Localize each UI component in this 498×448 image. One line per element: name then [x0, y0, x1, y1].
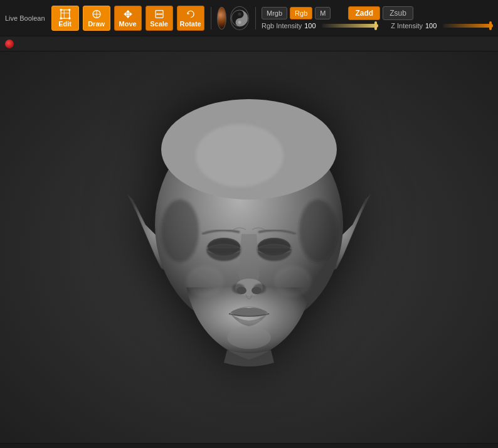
svg-point-5 [60, 17, 61, 19]
svg-point-37 [299, 200, 337, 262]
svg-point-34 [186, 265, 224, 297]
svg-point-18 [238, 13, 241, 16]
second-bar [0, 36, 498, 51]
edit-tool-label: Edit [58, 20, 72, 28]
svg-point-4 [68, 9, 70, 11]
edit-tool-button[interactable]: Edit [51, 6, 79, 31]
move-tool-button[interactable]: Move [114, 6, 142, 31]
rgb-intensity-label: Rgb Intensity [262, 22, 302, 29]
rgb-intensity-value: 100 [304, 22, 319, 29]
svg-point-35 [274, 265, 312, 297]
svg-point-31 [252, 287, 262, 294]
svg-point-26 [258, 238, 290, 255]
move-tool-label: Move [119, 20, 137, 28]
svg-point-30 [236, 287, 246, 294]
intensity-control-row: Rgb Intensity 100 Z Intensity 100 [262, 22, 493, 29]
live-boolean-label: Live Boolean [5, 14, 45, 22]
draw-tool-button[interactable]: Draw [83, 6, 110, 31]
z-intensity-slider[interactable] [443, 24, 493, 28]
z-intensity-label: Z Intensity [391, 22, 423, 29]
rgb-button[interactable]: Rgb [290, 7, 312, 19]
zsub-button[interactable]: Zsub [383, 6, 413, 20]
zadd-button[interactable]: Zadd [348, 6, 380, 20]
scale-tool-button[interactable]: Scale [146, 6, 173, 31]
red-indicator-dot [5, 40, 14, 48]
z-intensity-value: 100 [425, 22, 440, 29]
draw-tool-label: Draw [88, 20, 105, 28]
head-viewport [0, 51, 498, 448]
top-control-row: Mrgb Rgb M Zadd Zsub [262, 6, 493, 20]
svg-point-3 [60, 9, 61, 11]
right-controls: Mrgb Rgb M Zadd Zsub Rgb Intensity 100 Z… [262, 6, 493, 29]
svg-point-22 [196, 124, 283, 187]
rotate-tool-button[interactable]: Rotate [177, 6, 204, 31]
scale-tool-label: Scale [150, 20, 168, 28]
svg-point-36 [161, 200, 199, 262]
rotate-tool-label: Rotate [180, 20, 201, 28]
rgb-intensity-slider[interactable] [322, 24, 378, 28]
canvas-area[interactable] [0, 51, 498, 448]
material-sphere-button[interactable] [217, 7, 226, 29]
svg-rect-0 [61, 9, 70, 18]
svg-point-24 [208, 238, 240, 255]
svg-point-33 [227, 326, 271, 349]
svg-point-6 [68, 17, 70, 19]
svg-point-19 [238, 21, 241, 24]
main-toolbar: Live Boolean Edit Draw Move [0, 0, 498, 36]
svg-marker-14 [161, 13, 162, 14]
elf-head-model [105, 74, 393, 425]
mrgb-button[interactable]: Mrgb [262, 7, 287, 19]
render-mode-button[interactable] [230, 6, 249, 30]
svg-marker-15 [156, 13, 158, 14]
svg-point-32 [238, 316, 260, 324]
m-button[interactable]: M [315, 7, 331, 19]
